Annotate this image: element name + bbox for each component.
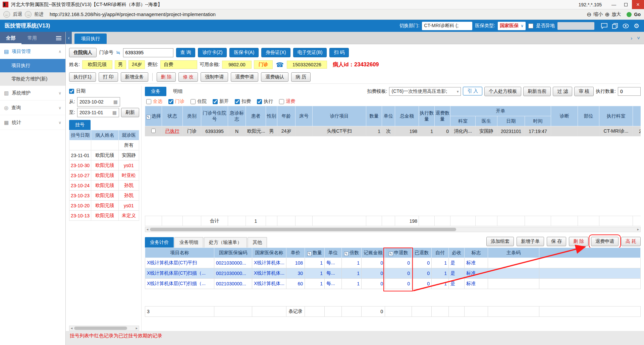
inpatient-button[interactable]: 住院病人: [69, 48, 97, 57]
search-button-4[interactable]: 电子凭证(B): [293, 48, 327, 57]
calendar-icon[interactable]: ▦: [112, 110, 117, 115]
dept-input[interactable]: CT-MRI诊断科 (;: [422, 22, 472, 30]
sidebar-item-5[interactable]: ▦统计∨: [0, 115, 65, 130]
action-button-4[interactable]: 修 改: [178, 72, 198, 82]
biz-button-0[interactable]: 引 入: [463, 87, 482, 95]
scroll-right-icon[interactable]: ►: [135, 327, 138, 330]
sidebar-item-3[interactable]: ▥系统维护∨: [0, 86, 65, 100]
scroll-left-icon[interactable]: ◄: [70, 327, 73, 330]
maximize-button[interactable]: [620, 0, 632, 9]
registration-row[interactable]: 23-10-20欧阳元颀ys01: [69, 201, 139, 211]
action-button-7[interactable]: 退费确认: [261, 72, 288, 82]
registration-row[interactable]: 23-10-13欧阳元颀未定义: [69, 211, 139, 221]
action-button-0[interactable]: 执行(F1): [69, 72, 96, 82]
action-button-2[interactable]: 新增业务: [121, 72, 148, 82]
price-button-3[interactable]: 删 除: [569, 237, 588, 246]
registration-row[interactable]: 23-10-24欧阳元颀孙凯: [69, 181, 139, 191]
action-button-3[interactable]: 删 除: [157, 72, 176, 82]
refresh-button[interactable]: 刷新: [121, 108, 139, 117]
tab-prescription[interactable]: 处方（输液单）: [204, 237, 247, 248]
filter-1[interactable]: 门诊: [168, 98, 184, 105]
filter-4[interactable]: 扣费: [235, 98, 251, 105]
scroll-right-icon[interactable]: ►: [637, 228, 640, 231]
horizontal-scrollbar[interactable]: ◄ ►: [69, 326, 139, 331]
address-url[interactable]: http://192.168.5.208/his-yj/app/#/projec…: [50, 12, 216, 17]
price-button-2[interactable]: 保 存: [547, 237, 566, 246]
forward-label[interactable]: 前进: [34, 11, 44, 17]
registration-row[interactable]: 23-10-27欧阳元颀时亚松: [69, 170, 139, 181]
horizontal-scrollbar[interactable]: ◄ ►: [145, 227, 641, 232]
biz-button-4[interactable]: 审 核: [574, 87, 594, 96]
zoom-out-icon[interactable]: ⊖: [587, 11, 591, 18]
message-icon[interactable]: [601, 23, 607, 29]
tab-business-detail[interactable]: 业务明细: [174, 237, 203, 248]
switch-field-icon[interactable]: ≒: [116, 50, 120, 56]
pricing-row[interactable]: X线计算机体层(CT)扫描（...0021030000...X线计算机体...3…: [145, 268, 641, 279]
date-to-input[interactable]: 2023-11-01 ▦: [77, 108, 119, 117]
filter-2[interactable]: 住院: [191, 98, 207, 105]
tab-list-icon[interactable]: ˅: [637, 35, 640, 41]
collapse-sidebar-button[interactable]: ‹: [66, 31, 72, 44]
exec-count-input[interactable]: [618, 87, 641, 96]
filter-checkbox-6[interactable]: [279, 99, 284, 104]
filter-0[interactable]: 全选: [146, 98, 162, 105]
action-button-8[interactable]: 病 历: [291, 72, 311, 82]
pricing-row[interactable]: X线计算机体层(CT)平扫0021030000...X线计算机体...1081每…: [145, 258, 641, 268]
tab-other[interactable]: 其他: [248, 237, 267, 248]
go-button[interactable]: Go: [634, 12, 641, 17]
close-button[interactable]: ×: [632, 0, 644, 9]
gear-icon[interactable]: ⚙: [634, 23, 639, 29]
forward-icon[interactable]: →: [25, 11, 32, 18]
date-filter-checkbox[interactable]: [69, 89, 74, 94]
business-row[interactable]: 已执行门诊6393395N欧阳元...男24岁头颅CT平扫1次19810消化内.…: [145, 126, 641, 136]
filter-checkbox-3[interactable]: [213, 99, 218, 104]
sidebar-item-4[interactable]: ◎查询∨: [0, 100, 65, 115]
row-checkbox[interactable]: [151, 129, 156, 133]
zoom-in-icon[interactable]: ⊕: [605, 11, 609, 18]
eye-icon[interactable]: [623, 23, 629, 28]
insurance-select[interactable]: 国家医保 ∨: [498, 22, 526, 30]
calendar-icon[interactable]: ▦: [113, 99, 118, 105]
back-icon[interactable]: ←: [3, 11, 10, 18]
template-select[interactable]: (CT6)一次性使用高压造影; ▾: [389, 87, 461, 96]
registration-row[interactable]: 23-10-30欧阳元颀ys01: [69, 160, 139, 170]
biz-button-1[interactable]: 个人处方模板: [484, 87, 521, 96]
action-button-1[interactable]: 打 印: [99, 72, 118, 82]
tab-scroll-right-icon[interactable]: ›: [631, 35, 632, 41]
filter-checkbox-5[interactable]: [257, 99, 262, 104]
sidebar-item-1[interactable]: 项目执行: [0, 59, 65, 72]
search-button-2[interactable]: 医保卡(A): [229, 48, 259, 57]
sidebar-tab-1[interactable]: 常用: [21, 32, 43, 44]
phone-icon[interactable]: ☎: [276, 61, 284, 69]
tab-registration[interactable]: 挂号: [69, 120, 91, 130]
action-button-6[interactable]: 退费申请: [231, 72, 258, 82]
filter-checkbox-2[interactable]: [191, 99, 196, 104]
scrollbar-thumb[interactable]: [150, 228, 456, 231]
outpatient-no-input[interactable]: [123, 48, 173, 57]
filter-checkbox-0[interactable]: [146, 99, 151, 104]
registration-row[interactable]: 所有: [69, 140, 139, 150]
filter-3[interactable]: 新开: [213, 98, 229, 105]
action-button-5[interactable]: 强制申请: [201, 72, 228, 82]
scroll-left-icon[interactable]: ◄: [146, 228, 149, 231]
back-label[interactable]: 后退: [13, 11, 22, 17]
search-button-5[interactable]: 扫 码: [329, 48, 349, 57]
date-from-input[interactable]: 2023-10-02 ▦: [77, 97, 120, 107]
pricing-row[interactable]: X线计算机体层(CT)扫描（...0021030000...X线计算机体...6…: [145, 279, 641, 289]
zoom-in-label[interactable]: 放大: [612, 11, 621, 17]
price-button-1[interactable]: 新增子单: [517, 237, 544, 246]
biz-button-2[interactable]: 刷新当前: [523, 87, 551, 96]
price-button-4[interactable]: 退费申请: [591, 237, 619, 246]
menu-icon[interactable]: [56, 36, 61, 40]
sidebar-item-0[interactable]: ▤项目管理∧: [0, 44, 65, 59]
zoom-out-label[interactable]: 缩小: [593, 11, 603, 17]
tab-pricing[interactable]: 业务计价: [145, 237, 174, 248]
registration-row[interactable]: 23-11-01欧阳元颀安国静: [69, 150, 139, 160]
filter-checkbox-1[interactable]: [168, 99, 173, 104]
price-button-0[interactable]: 添加组套: [486, 237, 514, 246]
tab-business[interactable]: 业务: [145, 87, 166, 96]
sidebar-tab-0[interactable]: 全部: [0, 32, 21, 44]
biz-button-3[interactable]: 过 滤: [553, 87, 572, 96]
search-button-1[interactable]: 诊疗卡(Z): [198, 48, 227, 57]
search-button-0[interactable]: 查 询: [176, 48, 196, 57]
